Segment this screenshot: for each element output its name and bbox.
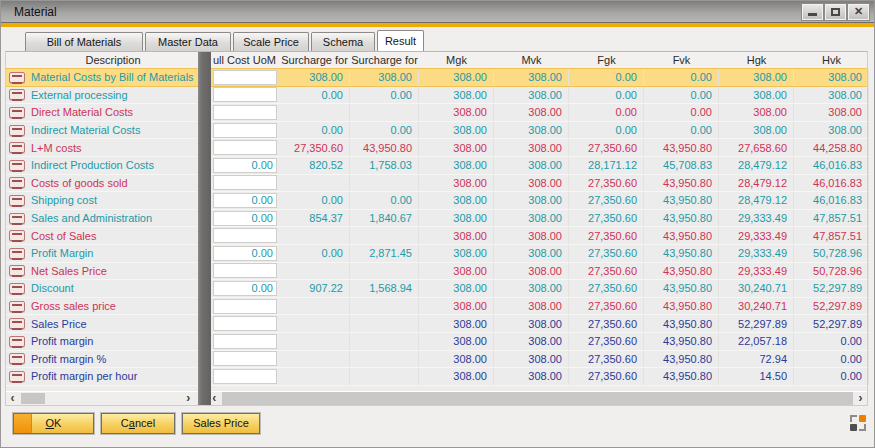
uom-input[interactable]: 0.00 <box>213 193 277 208</box>
uom-input[interactable]: 0.00 <box>213 158 277 173</box>
scroll-right-icon[interactable]: › <box>182 392 195 405</box>
uom-input[interactable] <box>213 105 277 120</box>
link-arrow-icon[interactable] <box>9 248 25 259</box>
uom-input[interactable] <box>213 263 277 278</box>
cell-description[interactable]: Net Sales Price <box>28 263 198 280</box>
expand-grid-icon[interactable] <box>850 415 866 431</box>
cell-description[interactable]: Profit margin per hour <box>28 368 198 385</box>
cell-full-cost-uom[interactable] <box>211 139 279 156</box>
cell-description[interactable]: Discount <box>28 280 198 297</box>
cell-description[interactable]: Sales and Administration <box>28 210 198 227</box>
tab-bill-of-materials[interactable]: Bill of Materials <box>25 32 143 51</box>
link-arrow-icon[interactable] <box>9 336 25 347</box>
cell-description[interactable]: Indirect Production Costs <box>28 157 198 174</box>
table-row[interactable]: Costs of goods sold308.00308.0027,350.60… <box>6 175 867 193</box>
pane-splitter[interactable] <box>198 52 211 405</box>
cell-full-cost-uom[interactable] <box>211 175 279 192</box>
cell-full-cost-uom[interactable] <box>211 87 279 104</box>
cell-full-cost-uom[interactable] <box>211 315 279 332</box>
cell-description[interactable]: Material Costs by Bill of Materials <box>28 69 198 86</box>
table-row[interactable]: L+M costs27,350.6043,950.80308.00308.002… <box>6 139 867 157</box>
tab-master-data[interactable]: Master Data <box>145 32 231 51</box>
uom-input[interactable] <box>213 175 277 190</box>
link-arrow-icon[interactable] <box>9 371 25 382</box>
table-row[interactable]: Sales and Administration0.00854.371,840.… <box>6 210 867 228</box>
link-arrow-icon[interactable] <box>9 301 25 312</box>
table-row[interactable]: Gross sales price308.00308.0027,350.6043… <box>6 298 867 316</box>
uom-input[interactable] <box>213 334 277 349</box>
table-row[interactable]: Material Costs by Bill of Materials308.0… <box>6 68 867 87</box>
table-row[interactable]: Shipping cost0.000.000.00308.00308.0027,… <box>6 192 867 210</box>
cancel-button[interactable]: Cancel <box>101 413 175 434</box>
uom-input[interactable]: 0.00 <box>213 211 277 226</box>
link-arrow-icon[interactable] <box>9 230 25 241</box>
cell-description[interactable]: Direct Material Costs <box>28 104 198 121</box>
left-scroll-thumb[interactable] <box>21 393 45 404</box>
link-arrow-icon[interactable] <box>9 72 25 83</box>
cell-full-cost-uom[interactable] <box>211 333 279 350</box>
sales-price-button[interactable]: Sales Price <box>182 413 260 434</box>
tab-schema[interactable]: Schema <box>311 32 375 51</box>
left-scroll-track[interactable] <box>19 392 182 405</box>
uom-input[interactable] <box>213 351 277 366</box>
cell-description[interactable]: Profit margin <box>28 333 198 350</box>
link-arrow-icon[interactable] <box>9 213 25 224</box>
uom-input[interactable] <box>213 87 277 102</box>
cell-description[interactable]: Costs of goods sold <box>28 175 198 192</box>
right-pane-scrollbar[interactable]: ‹ › <box>208 392 867 405</box>
table-row[interactable]: Cost of Sales308.00308.0027,350.6043,950… <box>6 227 867 245</box>
ok-button[interactable]: OK <box>13 413 94 434</box>
table-row[interactable]: Profit margin %308.00308.0027,350.6043,9… <box>6 351 867 369</box>
link-arrow-icon[interactable] <box>9 318 25 329</box>
uom-input[interactable] <box>213 228 277 243</box>
table-row[interactable]: Net Sales Price308.00308.0027,350.6043,9… <box>6 263 867 281</box>
uom-input[interactable] <box>213 369 277 384</box>
link-arrow-icon[interactable] <box>9 195 25 206</box>
cell-full-cost-uom[interactable]: 0.00 <box>211 245 279 262</box>
minimize-button[interactable] <box>802 4 823 20</box>
cell-full-cost-uom[interactable]: 0.00 <box>211 210 279 227</box>
uom-input[interactable]: 0.00 <box>213 281 277 296</box>
cell-description[interactable]: External processing <box>28 87 198 104</box>
maximize-button[interactable] <box>825 4 846 20</box>
scroll-right-icon[interactable]: › <box>854 392 867 405</box>
cell-description[interactable]: Profit Margin <box>28 245 198 262</box>
table-row[interactable]: Discount0.00907.221,568.94308.00308.0027… <box>6 280 867 298</box>
table-row[interactable]: Indirect Production Costs0.00820.521,758… <box>6 157 867 175</box>
cell-description[interactable]: L+M costs <box>28 139 198 156</box>
cell-full-cost-uom[interactable] <box>211 263 279 280</box>
link-arrow-icon[interactable] <box>9 265 25 276</box>
left-pane-scrollbar[interactable]: ‹ › <box>6 392 195 405</box>
table-row[interactable]: Indirect Material Costs0.000.00308.00308… <box>6 122 867 140</box>
cell-full-cost-uom[interactable]: 0.00 <box>211 157 279 174</box>
table-row[interactable]: Direct Material Costs308.00308.000.000.0… <box>6 104 867 122</box>
table-row[interactable]: External processing0.000.00308.00308.000… <box>6 87 867 105</box>
cell-full-cost-uom[interactable] <box>211 122 279 139</box>
uom-input[interactable] <box>213 123 277 138</box>
cell-description[interactable]: Indirect Material Costs <box>28 122 198 139</box>
table-row[interactable]: Profit margin308.00308.0027,350.6043,950… <box>6 333 867 351</box>
cell-description[interactable]: Shipping cost <box>28 192 198 209</box>
cell-full-cost-uom[interactable] <box>211 69 279 86</box>
cell-full-cost-uom[interactable]: 0.00 <box>211 280 279 297</box>
cell-description[interactable]: Cost of Sales <box>28 227 198 244</box>
uom-input[interactable] <box>213 70 277 85</box>
link-arrow-icon[interactable] <box>9 142 25 153</box>
uom-input[interactable] <box>213 299 277 314</box>
link-arrow-icon[interactable] <box>9 160 25 171</box>
cell-full-cost-uom[interactable] <box>211 298 279 315</box>
link-arrow-icon[interactable] <box>9 89 25 100</box>
link-arrow-icon[interactable] <box>9 125 25 136</box>
table-row[interactable]: Profit margin per hour308.00308.0027,350… <box>6 368 867 386</box>
link-arrow-icon[interactable] <box>9 177 25 188</box>
tab-result[interactable]: Result <box>377 30 424 51</box>
cell-full-cost-uom[interactable] <box>211 227 279 244</box>
right-scroll-thumb[interactable] <box>222 392 853 405</box>
tab-scale-price[interactable]: Scale Price <box>233 32 309 51</box>
uom-input[interactable] <box>213 140 277 155</box>
cell-description[interactable]: Gross sales price <box>28 298 198 315</box>
right-scroll-track[interactable] <box>221 392 854 405</box>
uom-input[interactable]: 0.00 <box>213 246 277 261</box>
cell-full-cost-uom[interactable] <box>211 351 279 368</box>
link-arrow-icon[interactable] <box>9 353 25 364</box>
